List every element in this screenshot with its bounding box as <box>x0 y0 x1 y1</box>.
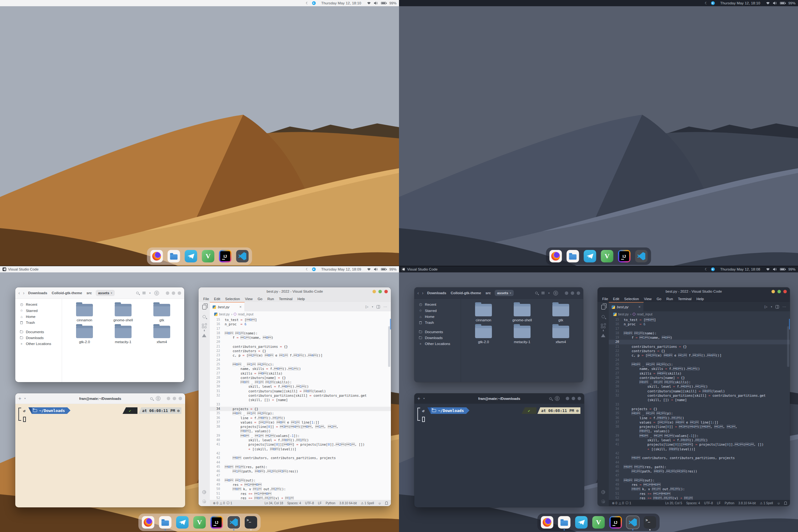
code-line-43[interactable]: 43 0 contributors, contributors_partit… <box>210 456 391 460</box>
sidebar-item-starred[interactable]: ☆Starred <box>18 308 59 314</box>
close-button[interactable] <box>384 290 388 293</box>
run-dropdown-chevron-icon[interactable]: ▾ <box>771 305 772 308</box>
code-line-30[interactable]: 30 skill, level = f.0().1() <box>210 384 391 388</box>
code-line-31[interactable]: 31 contributors[name][skill] = 0(level… <box>210 389 391 393</box>
menubar-clock[interactable]: Thursday May 12, 18:10 <box>321 1 361 5</box>
folder-gtk[interactable]: gtk <box>153 304 170 322</box>
wifi-icon[interactable] <box>766 268 770 271</box>
code-line-29[interactable]: 29 0 _ 1 2(skills): <box>210 380 391 384</box>
code-line-39[interactable]: 39 0 _ 1 2(values[-1]): <box>609 434 790 438</box>
status-indentation[interactable]: Spaces: 4 <box>287 501 301 505</box>
sidebar-item-other-locations[interactable]: +Other Locations <box>417 341 458 346</box>
search-icon[interactable] <box>150 397 153 400</box>
code-line-27[interactable]: 27 skills = 0(skills) <box>609 371 790 376</box>
folder-metacity-1[interactable]: metacity-1 <box>115 326 132 344</box>
sidebar-item-recent[interactable]: Recent <box>417 302 458 307</box>
dock-item-intellij[interactable]: IJ <box>218 249 232 263</box>
account-icon[interactable] <box>601 490 605 494</box>
new-tab-button[interactable]: + <box>417 396 420 401</box>
problems-warnings[interactable]: △0 <box>220 501 225 505</box>
dock-item-firefox[interactable] <box>150 249 164 263</box>
code-line-wrap[interactable]: 0], values)) <box>609 429 790 433</box>
status-language-mode[interactable]: Python <box>725 501 735 505</box>
code-line-38[interactable]: 38 projects[line[0]] = 3(4([0, 1… <box>210 424 391 429</box>
code-line-45[interactable]: 450 1(res, path): <box>210 465 391 469</box>
search-icon[interactable] <box>549 397 552 400</box>
code-line-35[interactable]: 35 0 _ 1 2(p): <box>210 411 391 415</box>
terminal-body[interactable]: ↺ ~/Downloads ✔ at 06:08:11 PM ⊙ <box>15 404 185 507</box>
extensions-icon[interactable] <box>202 324 206 328</box>
dock-item-files[interactable] <box>566 249 580 263</box>
code-line-48[interactable]: 480 1(out): <box>609 478 790 482</box>
split-editor-icon[interactable] <box>377 305 380 308</box>
status-indentation[interactable]: Spaces: 4 <box>686 501 700 505</box>
telegram-tray-icon[interactable] <box>312 267 316 271</box>
code-line-wrap[interactable]: + [(skill, 0(level))] <box>210 447 391 451</box>
breadcrumb-current-assets[interactable]: assets ▾ <box>495 290 514 296</box>
notifications-bell-icon[interactable] <box>385 501 388 504</box>
status-python-version[interactable]: 3.8.10 64-bit <box>739 501 756 505</box>
split-editor-icon[interactable] <box>776 305 779 308</box>
code-line-24[interactable]: 24 <box>210 358 391 362</box>
breadcrumb-colloid-gtk-theme[interactable]: Colloid-gtk-theme <box>52 291 82 295</box>
code-line-16[interactable]: 16n_proc = 6 <box>609 322 790 326</box>
code-line-40[interactable]: 40 skill, level = f.0().1() <box>609 438 790 442</box>
code-line-17[interactable]: 17 <box>210 327 391 331</box>
folder-xfwm4[interactable]: xfwm4 <box>153 326 170 344</box>
wifi-icon[interactable] <box>367 268 371 271</box>
editor-scrollbar[interactable] <box>787 326 789 367</box>
status-eol[interactable]: LF <box>318 501 322 505</box>
vscode-titlebar[interactable]: best.py - 2022 - Visual Studio Code <box>597 287 790 296</box>
code-line-47[interactable]: 47 <box>609 473 790 478</box>
code-line-31[interactable]: 31 contributors[name][skill] = 0(level… <box>609 389 790 393</box>
code-line-41[interactable]: 41 projects[line[0]][0] = projects[lin… <box>609 442 790 446</box>
files-headerbar[interactable]: ‹ › Downloads Colloid-gtk-theme src asse… <box>15 287 184 299</box>
breadcrumb-downloads[interactable]: Downloads <box>427 291 446 295</box>
problems-errors[interactable]: ⊗0 <box>213 501 218 505</box>
dock-item-terminal[interactable]: >_ <box>643 515 657 529</box>
code-line-50[interactable]: 50 0 k, v 1 out.2(): <box>609 487 790 491</box>
code-line-22[interactable]: 22 contributors = {} <box>210 349 391 353</box>
run-button[interactable]: ▷ <box>366 304 368 309</box>
status-encoding[interactable]: UTF-8 <box>704 501 713 505</box>
window-controls[interactable] <box>167 397 182 400</box>
sidebar-item-home[interactable]: ⌂Home <box>18 314 59 320</box>
sidebar-item-downloads[interactable]: Downloads <box>417 335 458 341</box>
telegram-tray-icon[interactable] <box>711 267 715 271</box>
do-not-disturb-moon-icon[interactable]: ☾ <box>306 267 309 271</box>
battery-icon[interactable] <box>381 2 386 4</box>
code-line-30[interactable]: 30 skill, level = f.0().1() <box>609 384 790 388</box>
code-line-15[interactable]: 15to_test = [0] <box>609 318 790 322</box>
menu-terminal[interactable]: Terminal <box>277 297 294 301</box>
code-line-19[interactable]: 19 f = 1(name, 0) <box>210 335 391 340</box>
breadcrumb-src[interactable]: src <box>485 291 491 295</box>
sidebar-item-other-locations[interactable]: +Other Locations <box>18 341 59 346</box>
window-controls[interactable] <box>772 290 790 293</box>
do-not-disturb-moon-icon[interactable]: ☾ <box>705 267 708 271</box>
problems-info[interactable]: ⓘ1 <box>625 501 631 505</box>
menubar-clock[interactable]: Thursday May 12, 18:10 <box>720 1 760 5</box>
more-actions-icon[interactable]: ··· <box>383 304 387 309</box>
code-line-27[interactable]: 27 skills = 0(skills) <box>210 371 391 376</box>
problems-errors[interactable]: ⊗0 <box>612 501 617 505</box>
code-line-17[interactable]: 17 <box>609 327 790 331</box>
telegram-tray-icon[interactable] <box>711 1 715 5</box>
breadcrumb-src[interactable]: src <box>86 291 92 295</box>
window-controls[interactable] <box>166 291 181 295</box>
sidebar-item-trash[interactable]: Trash <box>417 320 458 325</box>
folder-cinnamon[interactable]: cinnamon <box>475 304 492 322</box>
code-line-15[interactable]: 15to_test = [0] <box>210 318 391 322</box>
forward-button[interactable]: › <box>422 291 424 295</box>
dock-item-terminal[interactable]: >_ <box>244 515 258 529</box>
code-line-49[interactable]: 49 res = 10 <box>210 482 391 487</box>
code-line-35[interactable]: 35 0 _ 1 2(p): <box>609 411 790 415</box>
dock-item-vscode[interactable] <box>635 249 648 263</box>
status-encoding[interactable]: UTF-8 <box>305 501 314 505</box>
menu-edit[interactable]: Edit <box>212 297 223 301</box>
code-line-40[interactable]: 40 skill, level = f.0().1() <box>210 438 391 442</box>
tab-list-chevron-icon[interactable]: ▾ <box>24 397 25 400</box>
hamburger-menu-icon[interactable] <box>156 396 160 401</box>
code-line-18[interactable]: 180 1(name): <box>609 331 790 335</box>
tab-best-py[interactable]: best.py × <box>609 302 644 311</box>
feedback-smiley-icon[interactable]: ☺ <box>378 501 381 505</box>
